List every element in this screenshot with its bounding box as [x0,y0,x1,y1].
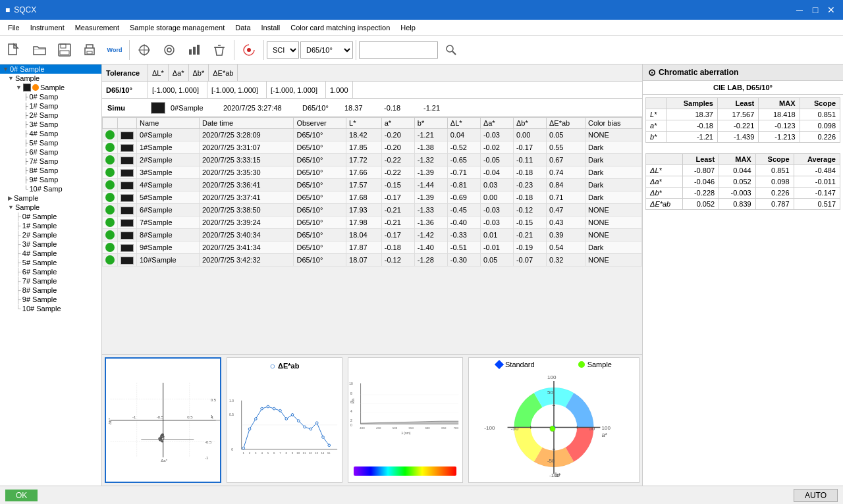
stats-least: -0.807 [682,165,719,176]
sidebar-item-6sample2[interactable]: ├ 6# Sample [0,267,101,276]
open-button[interactable] [28,38,51,62]
menu-color-card[interactable]: Color card matching inspection [285,22,395,33]
sidebar-item-3samp[interactable]: ├ 3# Samp [0,120,101,129]
cell-bias: Dark [585,191,642,204]
de-header: ΔE*ab [209,64,238,81]
sidebar-item-1samp[interactable]: ├ 1# Samp [0,101,101,111]
menu-file[interactable]: File [3,22,25,33]
cell-color [118,179,137,191]
sidebar-item-9samp[interactable]: ├ 9# Samp [0,175,101,184]
cell-b: -1.32 [414,154,447,166]
sidebar-item-4samp[interactable]: ├ 4# Samp [0,129,101,138]
color-button[interactable] [237,38,261,62]
sidebar-item-1sample2[interactable]: ├ 1# Sample [0,221,101,230]
col-name: Name [137,118,200,129]
scatter-chart: 1 0.5 -0.5 -1 -1 -0.5 0.5 1 Δa* Δb* [105,357,221,483]
table-row[interactable]: 10#Sample2020/7/25 3:42:32D65/10°18.07-0… [103,254,642,266]
table-row[interactable]: 6#Sample2020/7/25 3:38:50D65/10°17.93-0.… [103,204,642,216]
close-button[interactable]: ✕ [825,3,838,16]
search-input[interactable] [359,41,438,59]
word-button[interactable]: Word [103,38,126,62]
table-row[interactable]: 9#Sample2020/7/25 3:41:34D65/10°17.87-0.… [103,241,642,254]
sidebar-item-7samp[interactable]: ├ 7# Samp [0,157,101,166]
svg-point-80 [304,426,306,428]
sidebar-item-0samp[interactable]: ├ 0# Samp [0,92,101,101]
menu-data[interactable]: Data [230,22,256,33]
sidebar-item-0sample2[interactable]: ├ 0# Sample [0,212,101,221]
stats-least: -0.228 [682,188,719,199]
sidebar-item-2samp[interactable]: ├ 2# Samp [0,111,101,120]
minimize-button[interactable]: ─ [793,3,806,16]
table-row[interactable]: 8#Sample2020/7/25 3:40:34D65/10°18.04-0.… [103,229,642,241]
sidebar-item-5samp[interactable]: ├ 5# Samp [0,138,101,147]
cell-color [118,166,137,179]
maximize-button[interactable]: □ [809,3,822,16]
sidebar-item-8samp[interactable]: ├ 8# Samp [0,166,101,175]
delete-button[interactable] [207,38,231,62]
cell-observer: D65/10° [294,141,346,154]
menu-install[interactable]: Install [256,22,286,33]
cell-dL: -0.40 [447,216,480,229]
cell-L: 17.98 [346,216,382,229]
sidebar-item-2sample2[interactable]: ├ 2# Sample [0,230,101,239]
table-row[interactable]: 7#Sample2020/7/25 3:39:24D65/10°17.98-0.… [103,216,642,229]
branch-icon: └ [24,186,28,192]
sidebar-item-label: 4# Samp [29,130,58,138]
sidebar-item-0sample[interactable]: ▼ 0# Sample [0,64,101,74]
col-a: a* [381,118,414,129]
stats-average: 0.517 [794,199,840,210]
auto-button[interactable]: AUTO [794,489,838,502]
chart-button[interactable] [182,38,206,62]
menu-measurement[interactable]: Measurement [70,22,124,33]
save-button[interactable] [53,38,76,62]
table-row[interactable]: 0#Sample2020/7/25 3:28:09D65/10°18.42-0.… [103,129,642,141]
sidebar-group-sample3[interactable]: ▶ Sample [0,193,101,203]
cell-name: 3#Sample [137,166,200,179]
menu-instrument[interactable]: Instrument [25,22,70,33]
table-row[interactable]: 5#Sample2020/7/25 3:37:41D65/10°17.68-0.… [103,191,642,204]
std-icon [23,84,31,91]
crosshair-button[interactable] [132,38,156,62]
target-button[interactable] [157,38,181,62]
new-button[interactable] [3,38,26,62]
tree-icon: ▶ [8,195,13,201]
search-button[interactable] [439,38,463,62]
sidebar-item-5sample2[interactable]: ├ 5# Sample [0,258,101,267]
sidebar-group-sample4[interactable]: ▼ Sample [0,203,101,212]
observer-select[interactable]: D65/10° [300,41,353,59]
cell-datetime: 2020/7/25 3:31:07 [199,141,293,154]
cell-L: 18.42 [346,129,382,141]
center-panel: Tolerance ΔL* Δa* Δb* ΔE*ab D65/10° [-1.… [102,64,642,486]
cell-dL: 0.04 [447,129,480,141]
sidebar-item-9sample2[interactable]: ├ 9# Sample [0,295,101,304]
print-button[interactable] [78,38,101,62]
table-row[interactable]: 4#Sample2020/7/25 3:36:41D65/10°17.57-0.… [103,179,642,191]
separator-3 [263,40,264,60]
menu-help[interactable]: Help [395,22,421,33]
svg-text:500: 500 [393,426,398,430]
sidebar-item-10samp[interactable]: └ 10# Samp [0,184,101,193]
svg-text:5: 5 [267,451,269,455]
tree-collapse-icon: ▼ [8,75,14,82]
menu-sample-storage[interactable]: Sample storage management [124,22,230,33]
sci-select[interactable]: SCI [267,41,299,59]
table-row[interactable]: 1#Sample2020/7/25 3:31:07D65/10°17.85-0.… [103,141,642,154]
sidebar-item-label: Sample [14,194,38,202]
sidebar-item-8sample2[interactable]: ├ 8# Sample [0,286,101,295]
sidebar-item-10sample2[interactable]: └ 10# Sample [0,304,101,313]
sidebar-item-3sample2[interactable]: ├ 3# Sample [0,239,101,249]
sample-icon [32,84,39,91]
table-row[interactable]: 2#Sample2020/7/25 3:33:15D65/10°17.72-0.… [103,154,642,166]
sidebar-group-sample1[interactable]: ▼ Sample [0,74,101,83]
panel-collapse-icon[interactable]: ⊙ [648,67,656,78]
sidebar-item-label: 7# Samp [29,157,58,165]
cell-db: -0.18 [513,166,546,179]
ok-button[interactable]: OK [5,490,38,501]
sidebar-group-sample2[interactable]: ▼ Sample [0,83,101,92]
sidebar-item-6samp[interactable]: ├ 6# Samp [0,147,101,157]
sidebar-item-7sample2[interactable]: ├ 7# Sample [0,276,101,286]
status-icon [105,130,115,139]
sidebar-item-4sample2[interactable]: ├ 4# Sample [0,249,101,258]
table-row[interactable]: 3#Sample2020/7/25 3:35:30D65/10°17.66-0.… [103,166,642,179]
db-value: [-1.000, 1.000] [267,82,326,98]
